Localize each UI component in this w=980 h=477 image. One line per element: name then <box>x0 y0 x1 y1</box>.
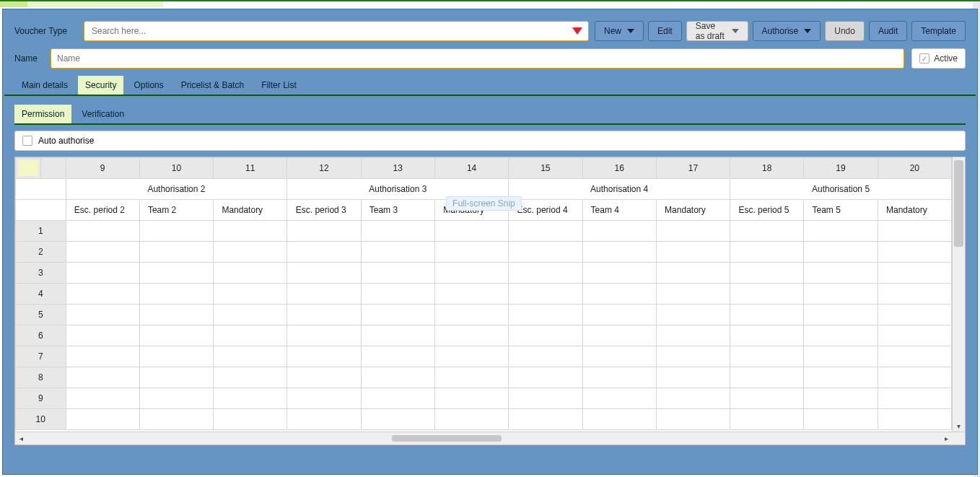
horizontal-scroll-thumb[interactable] <box>392 435 502 442</box>
grid-cell[interactable] <box>804 409 878 430</box>
row-number[interactable]: 3 <box>16 263 66 284</box>
grid-cell[interactable] <box>434 305 508 325</box>
grid-cell[interactable] <box>214 409 287 430</box>
grid-table[interactable]: 91011121314151617181920Authorisation 2Au… <box>15 157 952 430</box>
grid-cell[interactable] <box>509 346 582 367</box>
grid-cell[interactable] <box>361 263 434 284</box>
grid-cell[interactable] <box>361 325 434 346</box>
column-sub-header[interactable]: Mandatory <box>878 200 951 221</box>
grid-cell[interactable] <box>139 346 213 367</box>
grid-cell[interactable] <box>66 221 139 242</box>
grid-cell[interactable] <box>509 305 582 325</box>
grid-cell[interactable] <box>804 284 878 305</box>
grid-cell[interactable] <box>434 409 508 430</box>
grid-cell[interactable] <box>730 409 804 430</box>
tab-main-details[interactable]: Main details <box>14 76 75 95</box>
grid-cell[interactable] <box>361 242 434 263</box>
grid-cell[interactable] <box>582 388 656 409</box>
column-number-header[interactable]: 11 <box>214 158 287 179</box>
column-number-header[interactable]: 9 <box>66 158 139 179</box>
grid-cell[interactable] <box>509 284 582 305</box>
grid-cell[interactable] <box>656 242 730 263</box>
grid-cell[interactable] <box>139 325 213 346</box>
tab-security[interactable]: Security <box>78 76 123 95</box>
grid-cell[interactable] <box>287 367 361 388</box>
tab-options[interactable]: Options <box>126 76 170 95</box>
column-number-header[interactable]: 10 <box>139 158 213 179</box>
grid-cell[interactable] <box>656 388 730 409</box>
edit-button[interactable]: Edit <box>648 21 682 41</box>
column-number-header[interactable]: 18 <box>730 158 804 179</box>
grid-cell[interactable] <box>434 242 508 263</box>
grid-cell[interactable] <box>730 263 804 284</box>
grid-cell[interactable] <box>878 388 951 409</box>
grid-cell[interactable] <box>878 367 951 388</box>
grid-cell[interactable] <box>66 388 139 409</box>
grid-cell[interactable] <box>582 284 656 305</box>
grid-cell[interactable] <box>287 263 361 284</box>
column-number-header[interactable]: 16 <box>582 158 656 179</box>
grid-cell[interactable] <box>361 367 434 388</box>
grid-cell[interactable] <box>139 242 213 263</box>
grid-cell[interactable] <box>214 263 287 284</box>
grid-cell[interactable] <box>656 367 730 388</box>
grid-cell[interactable] <box>878 242 951 263</box>
column-sub-header[interactable]: Team 4 <box>582 200 656 221</box>
grid-cell[interactable] <box>66 305 139 325</box>
column-sub-header[interactable]: Esc. period 2 <box>66 200 139 221</box>
grid-cell[interactable] <box>66 242 139 263</box>
column-number-header[interactable]: 20 <box>878 158 951 179</box>
grid-cell[interactable] <box>656 284 730 305</box>
row-number[interactable]: 7 <box>16 346 66 367</box>
grid-cell[interactable] <box>730 284 804 305</box>
row-number[interactable]: 9 <box>16 388 66 409</box>
grid-cell[interactable] <box>434 284 508 305</box>
grid-cell[interactable] <box>361 409 434 430</box>
grid-cell[interactable] <box>509 325 582 346</box>
horizontal-scrollbar[interactable]: ◂ ▸ <box>15 432 965 445</box>
grid-cell[interactable] <box>509 388 582 409</box>
grid-cell[interactable] <box>878 305 951 325</box>
row-number[interactable]: 6 <box>16 325 66 346</box>
row-number[interactable]: 8 <box>16 367 66 388</box>
scroll-down-icon[interactable]: ▾ <box>953 420 965 432</box>
scroll-right-icon[interactable]: ▸ <box>940 432 952 445</box>
grid-cell[interactable] <box>730 221 804 242</box>
grid-cell[interactable] <box>361 346 434 367</box>
grid-cell[interactable] <box>66 263 139 284</box>
grid-cell[interactable] <box>361 305 434 325</box>
grid-cell[interactable] <box>656 409 730 430</box>
grid-cell[interactable] <box>139 263 213 284</box>
grid-cell[interactable] <box>66 409 139 430</box>
grid-cell[interactable] <box>434 221 508 242</box>
row-number[interactable]: 2 <box>16 242 66 263</box>
auto-authorise-checkbox[interactable] <box>22 136 32 146</box>
grid-cell[interactable] <box>878 409 951 430</box>
grid-cell[interactable] <box>582 263 656 284</box>
grid-cell[interactable] <box>361 221 434 242</box>
row-number[interactable]: 4 <box>16 284 66 305</box>
grid-cell[interactable] <box>582 221 656 242</box>
grid-cell[interactable] <box>287 346 361 367</box>
grid-cell[interactable] <box>509 263 582 284</box>
grid-cell[interactable] <box>656 221 730 242</box>
grid-cell[interactable] <box>730 242 804 263</box>
grid-cell[interactable] <box>582 367 656 388</box>
column-number-header[interactable]: 19 <box>804 158 878 179</box>
grid-cell[interactable] <box>214 346 287 367</box>
save-draft-button[interactable]: Save as draft <box>686 21 748 41</box>
column-group-header[interactable]: Authorisation 5 <box>730 179 952 200</box>
grid-cell[interactable] <box>434 346 508 367</box>
grid-cell[interactable] <box>804 242 878 263</box>
grid-cell[interactable] <box>434 325 508 346</box>
scroll-left-icon[interactable]: ◂ <box>15 432 27 445</box>
grid-cell[interactable] <box>139 221 213 242</box>
grid-cell[interactable] <box>66 346 139 367</box>
grid-cell[interactable] <box>878 284 951 305</box>
grid-cell[interactable] <box>656 346 730 367</box>
column-number-header[interactable]: 13 <box>361 158 434 179</box>
grid-cell[interactable] <box>878 346 951 367</box>
grid-cell[interactable] <box>730 367 804 388</box>
grid-cell[interactable] <box>804 367 878 388</box>
grid-cell[interactable] <box>804 325 878 346</box>
